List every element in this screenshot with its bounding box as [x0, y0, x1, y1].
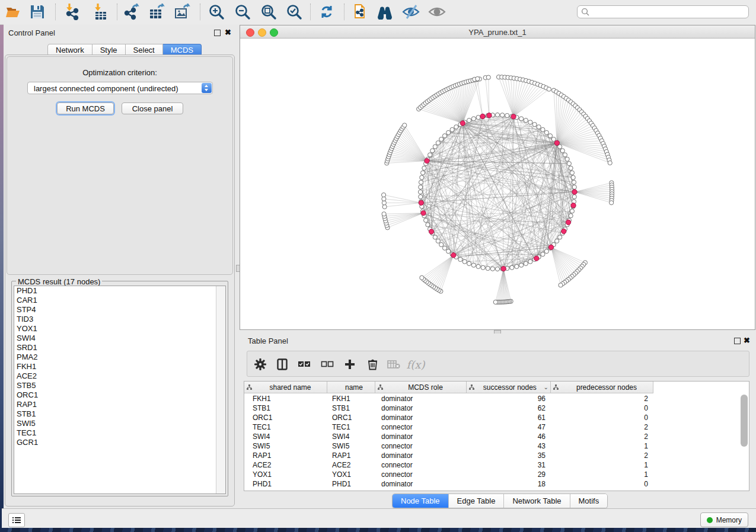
show-columns-icon[interactable] — [274, 356, 291, 373]
zoom-in-icon[interactable] — [208, 3, 225, 21]
mcds-result-title: MCDS result (17 nodes) — [16, 277, 102, 286]
cell-successor-nodes: 96 — [467, 394, 551, 403]
tab-motifs[interactable]: Motifs — [570, 494, 608, 508]
table-row[interactable]: ORC1ORC1dominator610 — [244, 413, 653, 422]
column-header-name[interactable]: name — [327, 382, 375, 393]
table-row[interactable]: STB1STB1dominator620 — [244, 403, 653, 413]
toolbar-separator — [200, 4, 200, 20]
delete-table-icon[interactable] — [385, 356, 402, 373]
mcds-result-item[interactable]: PMA2 — [14, 352, 225, 362]
dropdown-stepper-icon — [202, 83, 212, 93]
function-builder-icon[interactable]: f(x) — [405, 356, 426, 373]
refresh-icon[interactable] — [318, 3, 336, 21]
cell-MCDS-role: dominator — [375, 394, 467, 403]
zoom-fit-icon[interactable] — [260, 3, 277, 21]
table-header: shared namenameMCDS rolesuccessor nodes⌄… — [244, 382, 653, 393]
zoom-selected-icon[interactable] — [285, 3, 303, 21]
mcds-result-item[interactable]: TID3 — [14, 315, 225, 324]
task-history-icon[interactable] — [8, 513, 25, 527]
table-row[interactable]: PHD1PHD1dominator180 — [244, 479, 653, 489]
export-table-icon[interactable] — [148, 3, 166, 21]
table-row[interactable]: TEC1TEC1connector472 — [244, 422, 653, 432]
criterion-dropdown[interactable]: largest connected component (undirected) — [27, 82, 213, 94]
hide-details-icon[interactable] — [402, 3, 420, 21]
export-image-icon[interactable] — [174, 3, 192, 21]
list-scrollbar[interactable] — [216, 286, 225, 493]
cell-successor-nodes: 31 — [467, 460, 551, 470]
cell-shared-name: ACE2 — [244, 460, 327, 470]
column-header-MCDS-role[interactable]: MCDS role — [375, 382, 467, 393]
sort-indicator-icon: ⌄ — [544, 382, 548, 393]
tab-node-table[interactable]: Node Table — [393, 494, 449, 508]
mcds-result-item[interactable]: YOX1 — [14, 324, 225, 334]
float-table-panel-icon[interactable] — [734, 338, 741, 344]
mcds-result-item[interactable]: ACE2 — [14, 371, 225, 381]
delete-column-icon[interactable] — [364, 356, 381, 373]
column-header-successor-nodes[interactable]: successor nodes⌄ — [467, 382, 551, 393]
mcds-options-panel: Optimization criterion: largest connecte… — [7, 56, 233, 275]
close-table-panel-icon[interactable]: ✖ — [744, 336, 750, 344]
cell-shared-name: TEC1 — [244, 422, 327, 432]
run-mcds-button[interactable]: Run MCDS — [57, 102, 114, 114]
cell-name: ACE2 — [327, 460, 375, 470]
binoculars-icon[interactable] — [376, 3, 394, 21]
table-settings-icon[interactable] — [252, 356, 269, 373]
column-type-icon — [247, 384, 252, 390]
cell-successor-nodes: 18 — [467, 479, 551, 489]
import-table-icon[interactable] — [90, 3, 108, 21]
mcds-result-item[interactable]: GCR1 — [14, 438, 225, 447]
deselect-all-icon[interactable] — [319, 356, 336, 373]
save-icon[interactable] — [28, 3, 46, 21]
export-network-icon[interactable] — [122, 3, 140, 21]
column-header-shared-name[interactable]: shared name — [244, 382, 327, 393]
cell-predecessor-nodes: 1 — [551, 470, 653, 479]
table-row[interactable]: ACE2ACE2connector311 — [244, 460, 653, 470]
mcds-result-item[interactable]: SWI4 — [14, 334, 225, 343]
tab-edge-table[interactable]: Edge Table — [449, 494, 505, 508]
cell-name: TEC1 — [327, 422, 375, 432]
network-view-window: YPA_prune.txt_1 — [240, 25, 755, 330]
table-row[interactable]: SWI5SWI5connector431 — [244, 441, 653, 451]
tab-network-table[interactable]: Network Table — [504, 494, 570, 508]
close-panel-icon[interactable]: ✖ — [225, 28, 231, 36]
main-toolbar — [0, 0, 756, 25]
cell-shared-name: FKH1 — [244, 394, 327, 403]
mcds-result-group: MCDS result (17 nodes) PHD1CAR1STP4TID3Y… — [11, 277, 228, 496]
search-input[interactable] — [577, 5, 749, 18]
mcds-result-item[interactable]: STB1 — [14, 409, 225, 419]
mcds-result-item[interactable]: SWI5 — [14, 419, 225, 428]
cell-MCDS-role: dominator — [375, 432, 467, 441]
add-column-icon[interactable] — [342, 356, 358, 373]
mcds-result-item[interactable]: CAR1 — [14, 296, 225, 305]
mcds-result-item[interactable]: RAP1 — [14, 400, 225, 409]
optimization-label: Optimization criterion: — [7, 68, 232, 77]
close-panel-button[interactable]: Close panel — [122, 102, 183, 114]
table-row[interactable]: SWI4SWI4dominator462 — [244, 432, 653, 441]
network-graph[interactable] — [240, 39, 755, 329]
cell-shared-name: SWI5 — [244, 441, 327, 451]
float-panel-icon[interactable] — [214, 30, 221, 36]
network-window-titlebar[interactable]: YPA_prune.txt_1 — [240, 25, 755, 39]
mcds-result-item[interactable]: FKH1 — [14, 362, 225, 371]
mcds-result-item[interactable]: PHD1 — [14, 286, 225, 296]
mcds-result-item[interactable]: TEC1 — [14, 428, 225, 438]
share-document-icon[interactable] — [351, 3, 369, 21]
import-network-icon[interactable] — [63, 3, 81, 21]
mcds-result-list[interactable]: PHD1CAR1STP4TID3YOX1SWI4SRD1PMA2FKH1ACE2… — [14, 286, 226, 494]
table-row[interactable]: FKH1FKH1dominator962 — [244, 394, 653, 403]
table-row[interactable]: RAP1RAP1dominator352 — [244, 451, 653, 460]
column-header-predecessor-nodes[interactable]: predecessor nodes — [551, 382, 653, 393]
mcds-result-item[interactable]: STB5 — [14, 381, 225, 390]
table-scrollbar[interactable] — [741, 395, 748, 447]
zoom-out-icon[interactable] — [234, 3, 251, 21]
search-icon — [581, 8, 589, 16]
open-file-icon[interactable] — [5, 3, 23, 21]
select-all-icon[interactable] — [296, 356, 312, 373]
table-row[interactable]: YOX1YOX1connector291 — [244, 470, 653, 479]
mcds-result-item[interactable]: SRD1 — [14, 343, 225, 352]
mcds-result-item[interactable]: ORC1 — [14, 390, 225, 400]
column-type-icon — [469, 384, 474, 390]
mcds-result-item[interactable]: STP4 — [14, 305, 225, 315]
show-details-icon[interactable] — [428, 3, 446, 21]
memory-button[interactable]: Memory — [700, 512, 748, 527]
